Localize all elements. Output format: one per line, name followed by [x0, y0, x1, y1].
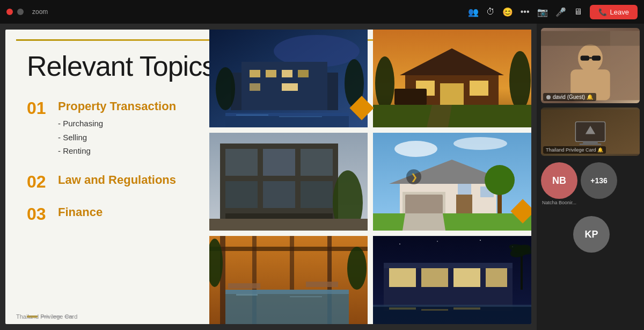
photo-5	[209, 236, 368, 324]
top-bar-left: zoom	[6, 8, 48, 16]
svg-rect-53	[209, 247, 368, 251]
next-slide-arrow[interactable]: ❯	[406, 169, 421, 184]
photo-grid	[209, 30, 531, 324]
avatar-col-plus: +136	[581, 162, 617, 205]
david-name-label: david (Guest) 🔔	[553, 94, 593, 100]
topic-1-title: Property Transaction	[58, 99, 204, 113]
avatar-col-kp: KP	[541, 212, 640, 253]
video-icon[interactable]: 📷	[537, 7, 548, 17]
svg-rect-4	[250, 70, 260, 77]
svg-point-23	[375, 56, 394, 110]
photo-3	[209, 133, 368, 231]
topic-1-sub: - Purchasing - Selling - Renting	[58, 117, 204, 158]
svg-rect-63	[306, 282, 338, 287]
photo-4	[373, 133, 531, 231]
topic-1-number: 01	[27, 99, 50, 117]
svg-rect-32	[225, 181, 258, 208]
svg-rect-48	[373, 213, 531, 231]
topic-1-text: Property Transaction - Purchasing - Sell…	[58, 99, 204, 158]
avatar-plus[interactable]: +136	[581, 162, 617, 199]
svg-rect-81	[373, 305, 531, 307]
leave-label: Leave	[610, 8, 629, 16]
avatar-kp[interactable]: KP	[573, 216, 610, 253]
record-dot2	[17, 9, 24, 15]
timer-icon[interactable]: ⏱	[486, 7, 495, 17]
phone-icon: 📞	[598, 8, 607, 16]
record-indicator	[6, 9, 13, 15]
slide-content: 01 Property Transaction - Purchasing - S…	[27, 99, 204, 238]
topic-3: 03 Finance	[27, 205, 204, 223]
svg-point-64	[347, 247, 367, 290]
svg-rect-90	[589, 57, 592, 59]
svg-rect-8	[250, 83, 260, 91]
svg-rect-75	[453, 268, 480, 287]
share-icon[interactable]: 🖥	[574, 7, 582, 17]
svg-rect-62	[228, 283, 260, 289]
svg-rect-22	[394, 89, 427, 105]
svg-point-14	[216, 67, 235, 110]
top-bar-right: 👥 ⏱ 😊 ••• 📷 🎤 🖥 📞 Leave	[468, 5, 638, 19]
svg-rect-96	[580, 144, 601, 145]
topic-3-number: 03	[27, 205, 50, 223]
participants-icon[interactable]: 👥	[468, 7, 479, 17]
topic-1: 01 Property Transaction - Purchasing - S…	[27, 99, 204, 158]
participant-tile-david: david (Guest) 🔔	[541, 28, 640, 103]
svg-point-68	[437, 241, 438, 242]
presentation-slide: Relevant Topics 01 Property Transaction …	[5, 30, 531, 324]
photo-6	[373, 236, 531, 324]
mic-icon[interactable]: 🎤	[555, 7, 566, 17]
svg-rect-21	[440, 83, 464, 105]
photo-6-placeholder	[373, 236, 531, 324]
topic-2-title: Law and Regulations	[58, 173, 204, 187]
svg-rect-37	[209, 219, 368, 231]
avatar-col-nb: NB Natcha Boonir...	[541, 162, 577, 205]
svg-point-39	[394, 141, 437, 157]
svg-rect-9	[282, 83, 298, 91]
svg-rect-89	[592, 56, 601, 61]
tpc-name: Thailand Privilege Card 🔔	[546, 147, 603, 153]
avatar-nb[interactable]: NB	[541, 162, 577, 199]
avatars-row: NB Natcha Boonir... +136	[541, 160, 640, 207]
svg-rect-5	[266, 70, 276, 77]
svg-rect-31	[301, 149, 333, 176]
leave-button[interactable]: 📞 Leave	[590, 5, 638, 19]
svg-point-24	[509, 51, 531, 110]
svg-rect-7	[298, 70, 309, 77]
participant-video-david	[541, 28, 640, 103]
svg-rect-80	[453, 307, 480, 310]
reactions-icon[interactable]: 😊	[502, 7, 513, 17]
photo-3-placeholder	[209, 133, 368, 231]
sidebar-participants: david (Guest) 🔔 Thailand Priv	[537, 24, 644, 330]
svg-rect-76	[486, 268, 507, 287]
svg-rect-29	[225, 149, 258, 176]
svg-rect-74	[421, 268, 448, 287]
svg-rect-34	[301, 181, 333, 208]
photo-1	[209, 30, 368, 127]
tpc-label: Thailand Privilege Card 🔔	[543, 146, 606, 154]
svg-rect-25	[373, 105, 531, 127]
svg-point-67	[399, 243, 400, 245]
slide-bottom-label: Thailand Privilege Card	[16, 313, 77, 320]
topic-2-text: Law and Regulations	[58, 173, 204, 187]
more-icon[interactable]: •••	[521, 7, 530, 17]
topic-1-sub-1: - Purchasing	[58, 117, 204, 131]
svg-rect-88	[581, 56, 590, 61]
topic-1-sub-3: - Renting	[58, 144, 204, 158]
svg-rect-60	[236, 294, 258, 296]
svg-point-40	[453, 137, 507, 150]
participant-tile-tpc: Thailand Privilege Card 🔔	[541, 107, 640, 156]
topic-2: 02 Law and Regulations	[27, 173, 204, 190]
svg-rect-73	[389, 268, 416, 287]
svg-rect-59	[225, 290, 349, 294]
name-badge-icon	[546, 95, 551, 99]
app-title: zoom	[32, 8, 48, 16]
photo-4-placeholder	[373, 133, 531, 231]
svg-point-69	[480, 240, 481, 241]
photo-2-placeholder	[373, 30, 531, 127]
topic-1-sub-2: - Selling	[58, 131, 204, 145]
photo-1-placeholder	[209, 30, 368, 127]
svg-rect-79	[421, 309, 448, 311]
participant-name-david: david (Guest) 🔔	[543, 93, 596, 101]
topic-2-number: 02	[27, 173, 50, 190]
svg-marker-49	[402, 213, 445, 231]
